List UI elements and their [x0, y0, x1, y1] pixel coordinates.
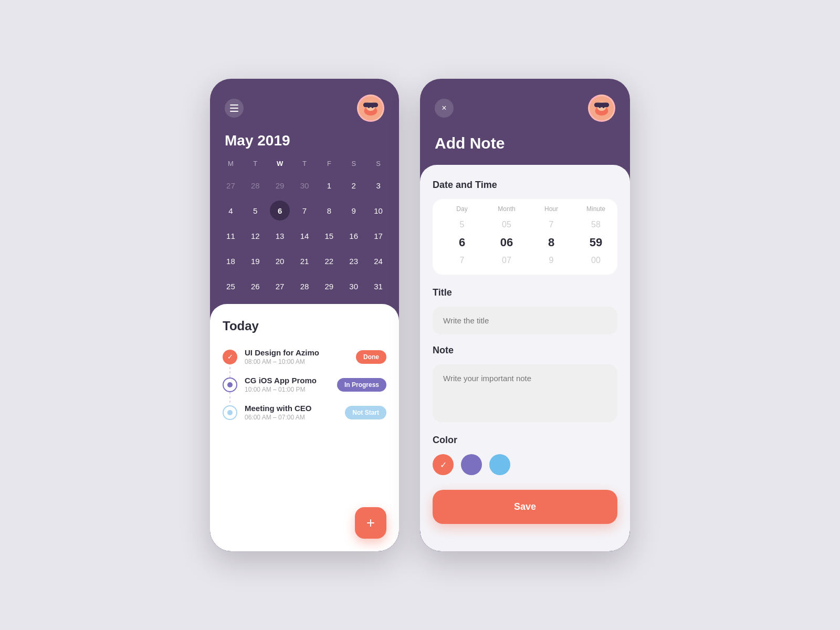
cal-day[interactable]: 2	[341, 174, 366, 197]
cal-day[interactable]: 19	[243, 249, 268, 272]
month-col-header: Month	[483, 205, 530, 213]
note-section-label: Note	[433, 345, 617, 356]
menu-button[interactable]	[225, 99, 244, 118]
cal-day[interactable]: 17	[366, 224, 391, 247]
left-header	[210, 79, 399, 132]
cal-day[interactable]: 8	[317, 199, 341, 222]
avatar[interactable]	[357, 94, 384, 122]
inner-dot-icon	[227, 382, 233, 387]
cal-day[interactable]: 7	[292, 199, 317, 222]
cal-day[interactable]: 11	[218, 224, 243, 247]
day-header-t1: T	[243, 158, 268, 170]
cal-day[interactable]: 31	[366, 275, 391, 298]
ampm-next	[620, 253, 630, 268]
day-header-s2: S	[366, 158, 391, 170]
minute-next: 00	[572, 253, 620, 268]
cal-day[interactable]: 3	[366, 174, 391, 197]
list-item[interactable]: ✓ UI Design for Azimo 08:00 AM – 10:00 A…	[223, 344, 386, 370]
cal-day[interactable]: 26	[243, 275, 268, 298]
calendar-days: 27 28 29 30 1 2 3 4 5 6 7 8 9 10 11 12 1…	[218, 174, 391, 298]
cal-day[interactable]: 15	[317, 224, 341, 247]
task-name: Meeting with CEO	[245, 404, 338, 413]
color-swatch-blue[interactable]	[489, 454, 510, 475]
cal-day[interactable]: 21	[292, 249, 317, 272]
svg-point-11	[603, 106, 605, 108]
checkmark-icon: ✓	[227, 353, 233, 361]
day-header-w: W	[268, 158, 292, 170]
cal-day[interactable]: 12	[243, 224, 268, 247]
task-status-dot-notstarted	[223, 405, 237, 420]
task-status-dot-done: ✓	[223, 350, 237, 364]
hour-col-header: Hour	[530, 205, 572, 213]
task-list: ✓ UI Design for Azimo 08:00 AM – 10:00 A…	[223, 344, 386, 425]
task-name: UI Design for Azimo	[245, 348, 349, 357]
color-swatch-red[interactable]: ✓	[433, 454, 454, 475]
cal-day[interactable]: 23	[341, 249, 366, 272]
task-badge-notstart: Not Start	[345, 406, 386, 419]
cal-day[interactable]: 30	[292, 174, 317, 197]
list-item[interactable]: Meeting with CEO 06:00 AM – 07:00 AM Not…	[223, 400, 386, 425]
task-time: 06:00 AM – 07:00 AM	[245, 414, 338, 421]
svg-point-10	[599, 106, 601, 108]
day-col-header: Day	[441, 205, 483, 213]
task-time: 08:00 AM – 10:00 AM	[245, 358, 349, 365]
cal-day[interactable]: 18	[218, 249, 243, 272]
day-headers: M T W T F S S	[218, 158, 391, 170]
cal-day[interactable]: 28	[292, 275, 317, 298]
note-input[interactable]	[433, 364, 617, 422]
month-next: 07	[483, 253, 530, 268]
cal-day[interactable]: 29	[268, 174, 292, 197]
cal-day[interactable]: 27	[268, 275, 292, 298]
cal-day-selected[interactable]: 6	[270, 201, 290, 220]
today-section: Today ✓ UI Design for Azimo 08:00 AM – 1…	[210, 304, 399, 551]
cal-day[interactable]: 30	[341, 275, 366, 298]
minute-col-header: Minute	[572, 205, 620, 213]
cal-day[interactable]: 14	[292, 224, 317, 247]
hour-active: 8	[530, 233, 572, 253]
cal-day[interactable]: 5	[243, 199, 268, 222]
task-info: CG iOS App Promo 10:00 AM – 01:00 PM	[245, 376, 330, 393]
form-panel: Date and Time Day Month Hour Minute 5 05…	[420, 165, 630, 551]
day-header-s1: S	[341, 158, 366, 170]
hamburger-icon	[230, 104, 238, 112]
month-title: May 2019	[210, 132, 399, 158]
cal-day[interactable]: 16	[341, 224, 366, 247]
cal-day[interactable]: 27	[218, 174, 243, 197]
close-button[interactable]: ×	[435, 99, 454, 118]
datetime-picker[interactable]: Day Month Hour Minute 5 05 7 58 PM 6 06 …	[433, 199, 617, 275]
svg-point-4	[368, 106, 370, 108]
title-input[interactable]	[433, 307, 617, 334]
task-info: UI Design for Azimo 08:00 AM – 10:00 AM	[245, 348, 349, 365]
ampm-prev: PM	[620, 217, 630, 233]
task-time: 10:00 AM – 01:00 PM	[245, 386, 330, 393]
day-header-m: M	[218, 158, 243, 170]
month-prev: 05	[483, 217, 530, 233]
task-badge-progress: In Progress	[337, 378, 386, 392]
cal-day[interactable]: 28	[243, 174, 268, 197]
datetime-headers: Day Month Hour Minute	[441, 205, 609, 213]
list-item[interactable]: CG iOS App Promo 10:00 AM – 01:00 PM In …	[223, 372, 386, 397]
cal-day[interactable]: 9	[341, 199, 366, 222]
cal-day[interactable]: 1	[317, 174, 341, 197]
plus-icon: +	[366, 514, 375, 531]
svg-point-5	[372, 106, 374, 108]
day-active: 6	[441, 233, 483, 253]
cal-day[interactable]: 13	[268, 224, 292, 247]
cal-day[interactable]: 20	[268, 249, 292, 272]
add-task-button[interactable]: +	[355, 507, 386, 539]
cal-day[interactable]: 10	[366, 199, 391, 222]
calendar-grid: M T W T F S S 27 28 29 30 1 2 3 4 5 6 7 …	[210, 158, 399, 298]
save-button[interactable]: Save	[433, 490, 617, 524]
datetime-label: Date and Time	[433, 180, 617, 191]
color-swatch-purple[interactable]	[461, 454, 482, 475]
cal-day[interactable]: 25	[218, 275, 243, 298]
cal-day[interactable]: 29	[317, 275, 341, 298]
hour-next: 9	[530, 253, 572, 268]
cal-day[interactable]: 22	[317, 249, 341, 272]
add-note-title: Add Note	[420, 134, 630, 165]
cal-day[interactable]: 4	[218, 199, 243, 222]
cal-day[interactable]: 24	[366, 249, 391, 272]
avatar[interactable]	[588, 94, 615, 122]
task-info: Meeting with CEO 06:00 AM – 07:00 AM	[245, 404, 338, 421]
day-next: 7	[441, 253, 483, 268]
